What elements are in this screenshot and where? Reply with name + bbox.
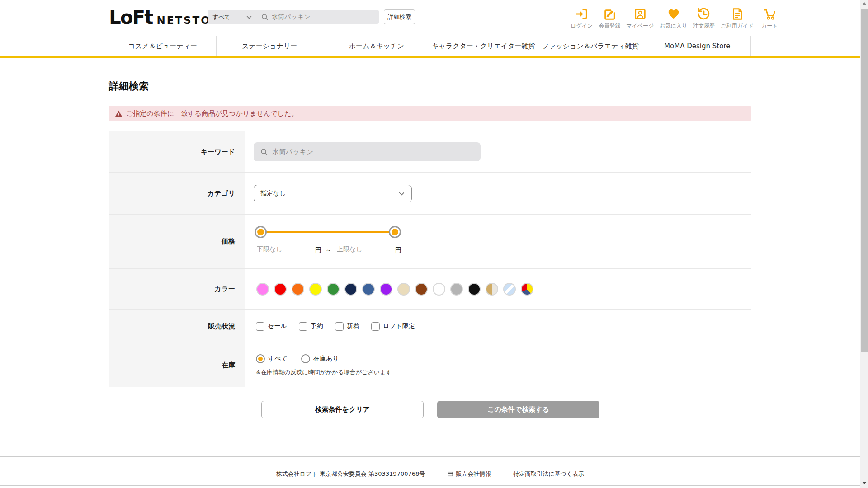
utility-menu: ログイン 会員登録 マイページ お気に入り 注文履歴 ご利用ガイド カート [571, 7, 779, 30]
color-swatch-beige[interactable] [397, 283, 410, 296]
color-swatch-multicolor[interactable] [521, 283, 533, 296]
checkbox-preorder[interactable]: 予約 [299, 322, 323, 331]
keyword-input[interactable] [272, 148, 462, 156]
price-label: 価格 [109, 215, 245, 268]
search-scope-value: すべて [212, 13, 246, 21]
slider-handle-max[interactable] [389, 226, 401, 238]
color-swatch-red[interactable] [274, 283, 287, 296]
stock-row: 在庫 すべて 在庫あり ※在庫情報の反映に時間がかかる場合がございます [109, 343, 751, 387]
color-swatch-blue[interactable] [362, 283, 375, 296]
color-swatch-yellow[interactable] [309, 283, 322, 296]
cart-icon [763, 7, 776, 21]
register-button[interactable]: 会員登録 [599, 7, 620, 30]
footer-top-divider [0, 456, 860, 457]
scrollbar[interactable] [860, 0, 868, 488]
window-icon [447, 471, 453, 477]
login-label: ログイン [571, 22, 593, 30]
nav-item-moma[interactable]: MoMA Design Store [644, 36, 751, 56]
clear-conditions-button[interactable]: 検索条件をクリア [261, 401, 424, 418]
chevron-down-icon [398, 190, 405, 197]
footer-link-legal[interactable]: 特定商取引法に基づく表示 [513, 470, 584, 478]
favorites-button[interactable]: お気に入り [660, 7, 687, 30]
category-row: カテゴリ 指定なし [109, 172, 751, 214]
header-search-bar: すべて [208, 10, 379, 24]
color-swatch-navy[interactable] [344, 283, 357, 296]
price-max-input[interactable] [336, 244, 391, 254]
color-swatch-clear[interactable] [503, 283, 516, 296]
search-icon [261, 13, 269, 21]
color-label: カラー [109, 269, 245, 309]
price-min-input[interactable] [256, 244, 311, 254]
nav-item-stationery[interactable]: ステーショナリー [216, 36, 323, 56]
header-search-input[interactable] [272, 14, 371, 21]
footer-bottom-divider [0, 485, 860, 486]
scrollbar-thumb[interactable] [861, 9, 868, 352]
scrollbar-down-arrow[interactable] [862, 482, 867, 484]
color-swatch-purple[interactable] [380, 283, 392, 296]
order-history-button[interactable]: 注文履歴 [693, 7, 715, 30]
stock-note: ※在庫情報の反映に時間がかかる場合がございます [256, 368, 751, 376]
color-row: カラー [109, 268, 751, 309]
login-icon [575, 7, 589, 21]
keyword-row: キーワード [109, 131, 751, 172]
color-swatch-gold-silver[interactable] [486, 283, 498, 296]
slider-handle-min[interactable] [255, 226, 267, 238]
favorites-label: お気に入り [660, 22, 687, 30]
color-swatch-black[interactable] [468, 283, 481, 296]
footer-company-text: 株式会社ロフト 東京都公安委員会 第303319700768号 [276, 470, 425, 478]
nav-item-home-kitchen[interactable]: ホーム＆キッチン [323, 36, 430, 56]
cart-label: カート [761, 22, 778, 30]
nav-item-cosmetics[interactable]: コスメ＆ビューティー [109, 36, 216, 56]
guide-button[interactable]: ご利用ガイド [721, 7, 754, 30]
color-swatch-green[interactable] [327, 283, 340, 296]
radio-all[interactable]: すべて [256, 354, 288, 363]
search-with-conditions-button[interactable]: この条件で検索する [437, 401, 599, 418]
footer-divider [436, 471, 436, 478]
checkbox-icon [371, 322, 380, 331]
main-nav: コスメ＆ビューティー ステーショナリー ホーム＆キッチン キャラクター・クリエイ… [109, 36, 751, 56]
search-field-wrap [256, 13, 379, 21]
chevron-down-icon [246, 14, 252, 20]
nav-item-character[interactable]: キャラクター・クリエイター雑貨 [430, 36, 537, 56]
cart-button[interactable]: カート [760, 7, 779, 30]
register-label: 会員登録 [599, 22, 620, 30]
login-button[interactable]: ログイン [571, 7, 593, 30]
search-scope-select[interactable]: すべて [208, 10, 256, 24]
radio-in-stock[interactable]: 在庫あり [301, 354, 339, 363]
checkbox-sale[interactable]: セール [256, 322, 287, 331]
checkbox-icon [256, 322, 264, 331]
sales-status-options: セール 予約 新着 ロフト限定 [256, 322, 751, 331]
radio-icon [256, 354, 265, 363]
brand-accent-line [0, 56, 860, 58]
logo-loft-text: LoFt [109, 6, 152, 28]
mypage-icon [633, 7, 647, 21]
color-swatch-gray[interactable] [450, 283, 463, 296]
color-swatch-pink[interactable] [256, 283, 269, 296]
guide-label: ご利用ガイド [721, 22, 754, 30]
category-select[interactable]: 指定なし [254, 185, 412, 202]
checkbox-new[interactable]: 新着 [335, 322, 359, 331]
footer-link-company-info[interactable]: 販売会社情報 [447, 470, 491, 478]
keyword-label: キーワード [109, 131, 245, 172]
checkbox-loft-exclusive[interactable]: ロフト限定 [371, 322, 415, 331]
search-form: キーワード カテゴリ 指定なし 価格 円 [109, 131, 751, 387]
sales-status-label: 販売状況 [109, 310, 245, 343]
mypage-button[interactable]: マイページ [626, 7, 654, 30]
scrollbar-up-arrow[interactable] [862, 2, 867, 5]
slider-track [260, 231, 395, 233]
error-message: ご指定の条件に一致する商品が見つかりませんでした。 [126, 109, 298, 118]
stock-options: すべて 在庫あり [256, 354, 751, 363]
color-swatch-brown[interactable] [415, 283, 428, 296]
warning-icon [115, 110, 123, 117]
color-swatch-orange[interactable] [292, 283, 304, 296]
guide-icon [731, 7, 744, 21]
detail-search-button[interactable]: 詳細検索 [384, 9, 415, 24]
color-swatches [256, 283, 751, 296]
nav-item-fashion[interactable]: ファッション＆バラエティ雑貨 [537, 36, 644, 56]
sales-status-row: 販売状況 セール 予約 新着 ロフト限定 [109, 309, 751, 343]
price-unit-min: 円 [315, 246, 321, 254]
color-swatch-white[interactable] [433, 283, 445, 296]
category-label: カテゴリ [109, 173, 245, 214]
search-icon [260, 148, 268, 156]
stock-label: 在庫 [109, 343, 245, 387]
